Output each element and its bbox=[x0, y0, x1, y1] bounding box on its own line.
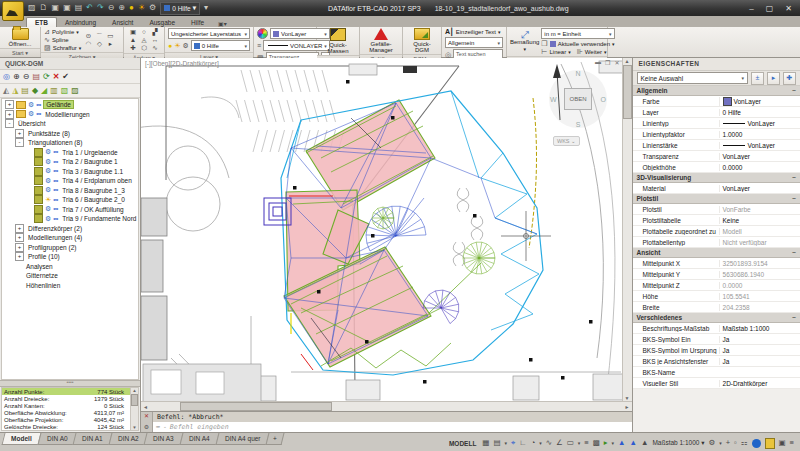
selection-dropdown[interactable]: Keine Auswahl▾ bbox=[637, 72, 748, 84]
offset-icon[interactable]: ✚ bbox=[128, 44, 138, 52]
dgm-display-icon[interactable]: ◎ bbox=[3, 71, 10, 82]
gefaelle-manager-button[interactable]: Gefälle-Manager bbox=[362, 28, 400, 53]
collapse-icon[interactable]: − bbox=[792, 173, 796, 182]
layer-state-dropdown[interactable]: Ungesicherter Layerstatus▾ bbox=[168, 28, 250, 39]
vp-minimize-icon[interactable]: ▬ bbox=[595, 59, 601, 66]
property-value[interactable]: 0.0000 bbox=[719, 282, 800, 289]
property-value[interactable]: Keine bbox=[719, 217, 800, 224]
property-section-verschiedenes[interactable]: Verschiedenes− bbox=[633, 313, 800, 323]
qat-layer-dropdown[interactable]: 0 Hilfe ▾ bbox=[160, 2, 200, 15]
scroll-right-icon[interactable]: ► bbox=[623, 404, 632, 410]
property-row[interactable]: Objekthöhe0.0000 bbox=[633, 162, 800, 173]
arc-icon[interactable]: ⌒ bbox=[94, 32, 104, 40]
viewcube-south[interactable]: S bbox=[576, 121, 581, 128]
qat-menu-caret[interactable]: ▾ bbox=[204, 1, 208, 15]
layout-tab-modell[interactable]: Modell bbox=[2, 433, 42, 445]
lineweight-icon[interactable]: ≡ bbox=[584, 437, 588, 449]
h-scroll-thumb[interactable] bbox=[180, 402, 332, 411]
add-cleanscreen-icon[interactable]: + bbox=[726, 437, 730, 449]
layer-thaw-icon[interactable]: ☀ bbox=[174, 42, 180, 49]
terrain-gray-icon[interactable]: ◭ bbox=[3, 85, 9, 96]
cmd-close-icon[interactable]: ✕ bbox=[144, 413, 149, 420]
layers-icon[interactable]: ▤ bbox=[21, 85, 29, 96]
ribbon-tab-anbindung[interactable]: Anbindung bbox=[57, 18, 104, 27]
redo-icon[interactable]: ↷ bbox=[97, 1, 104, 15]
dim-unit-dropdown[interactable]: in m = Einheit▾ bbox=[541, 28, 614, 39]
single-line-text-button[interactable]: A⎮Einzeiliger Text ▾ bbox=[445, 28, 503, 36]
snap-icon[interactable]: ▤ bbox=[493, 437, 500, 449]
tree-expand-icon[interactable]: + bbox=[15, 252, 24, 261]
tree-expand-icon[interactable]: - bbox=[5, 119, 14, 128]
property-row[interactable]: BKS-Symbol im UrsprungJa bbox=[633, 345, 800, 356]
toggle-pickadd-button[interactable]: ± bbox=[751, 72, 764, 85]
move-icon[interactable]: ▣ bbox=[128, 28, 138, 36]
new-file-icon[interactable]: 🗋 bbox=[40, 1, 48, 15]
tree-item[interactable]: +⚙∞Gelände bbox=[2, 100, 138, 110]
infer-constraints-icon[interactable]: ⌖ bbox=[511, 437, 515, 449]
polygon-icon[interactable]: ◇ bbox=[94, 40, 104, 48]
stats-row[interactable]: Anzahl Dreiecke:1379 Stück bbox=[2, 395, 138, 402]
property-value[interactable]: Nicht verfügbar bbox=[719, 239, 800, 246]
property-value[interactable]: Maßstab 1:1000 bbox=[719, 325, 800, 332]
property-row[interactable]: BKS je AnsichtsfensterJa bbox=[633, 356, 800, 367]
viewcube-west[interactable]: W bbox=[550, 96, 557, 103]
circle-icon[interactable]: ⊙ bbox=[83, 32, 93, 40]
property-row[interactable]: LinienstärkeVonLayer bbox=[633, 140, 800, 151]
tree-item[interactable]: Gitternetze bbox=[2, 271, 138, 281]
customize-menu-icon[interactable]: ≡ bbox=[790, 437, 794, 449]
tree-expand-icon[interactable]: + bbox=[15, 129, 24, 138]
annotation-scale-icon[interactable]: ▲ bbox=[641, 437, 648, 449]
quick-dgm-button[interactable]: Quick-DGM bbox=[407, 28, 437, 53]
transparency-toggle-icon[interactable]: ▩ bbox=[593, 437, 600, 449]
tree-item[interactable]: +Profile (10) bbox=[2, 252, 138, 262]
zoom-out-icon[interactable]: ⊖ bbox=[108, 1, 115, 15]
tree-item[interactable]: Höhenlinien bbox=[2, 281, 138, 291]
tree-item[interactable]: -Triangulationen (8) bbox=[2, 138, 138, 148]
property-row[interactable]: PlotstilVonFarbe bbox=[633, 204, 800, 215]
collapse-icon[interactable]: − bbox=[792, 86, 796, 95]
property-row[interactable]: LinientypVonLayer bbox=[633, 118, 800, 129]
ellipse-icon[interactable]: ◠ bbox=[83, 40, 93, 48]
property-row[interactable]: Mittelpunkt X32501893.9154 bbox=[633, 258, 800, 269]
mirror-icon[interactable]: ▲ bbox=[128, 36, 138, 44]
dyn-input-icon[interactable]: ▭ bbox=[567, 437, 574, 449]
property-row[interactable]: Mittelpunkt Y5630686.1940 bbox=[633, 269, 800, 280]
point-icon[interactable]: ▸ bbox=[105, 40, 115, 48]
maximize-button[interactable]: ▢ bbox=[766, 4, 774, 13]
property-value[interactable]: 204.2358 bbox=[719, 304, 800, 311]
graphics-icon[interactable]: ⚏ bbox=[741, 437, 748, 449]
property-value[interactable]: 105.5541 bbox=[719, 293, 800, 300]
layout-tab-add-button[interactable]: + bbox=[265, 433, 284, 445]
tree-expand-icon[interactable]: + bbox=[15, 243, 24, 252]
property-value[interactable]: VonLayer bbox=[719, 142, 800, 149]
property-value[interactable]: Ja bbox=[719, 336, 800, 343]
viewcube-top-face[interactable]: OBEN bbox=[564, 88, 592, 110]
property-value[interactable]: VonLayer bbox=[719, 120, 800, 127]
ribbon-minimize-caret[interactable]: ▣▾ bbox=[218, 20, 227, 27]
layout-tab-din-a2[interactable]: DIN A2 bbox=[108, 433, 148, 445]
layer-dropdown[interactable]: 0 Hilfe▾ bbox=[191, 40, 250, 51]
slope-icon[interactable]: ◢ bbox=[41, 85, 47, 96]
dim-current-button[interactable]: Aktuelle verwenden bbox=[558, 41, 610, 47]
property-value[interactable]: VonLayer bbox=[719, 97, 800, 106]
property-value[interactable]: 0.0000 bbox=[719, 164, 800, 171]
horizontal-scrollbar[interactable]: ◄ ► bbox=[141, 401, 632, 411]
zoom-in-icon[interactable]: ⊕ bbox=[118, 1, 125, 15]
property-value[interactable]: 0 Hilfe bbox=[719, 109, 800, 116]
tree-item[interactable]: +Modellierungen (4) bbox=[2, 233, 138, 243]
command-input[interactable]: ⌨- Befehl eingeben bbox=[153, 422, 632, 432]
property-row[interactable]: BKS-Name bbox=[633, 367, 800, 378]
scroll-up-icon[interactable]: ▲ bbox=[625, 58, 630, 64]
layout-tab-din-a3[interactable]: DIN A3 bbox=[144, 433, 184, 445]
zoom-out-icon[interactable]: ⊖ bbox=[23, 71, 30, 82]
annotation-visibility-icon[interactable]: ▲ bbox=[618, 437, 625, 449]
vertical-scrollbar[interactable]: ▲ ▼ bbox=[622, 58, 632, 401]
layer-on-icon[interactable]: ● bbox=[168, 42, 172, 49]
tree-expand-icon[interactable]: - bbox=[15, 138, 24, 147]
property-row[interactable]: Layer0 Hilfe bbox=[633, 107, 800, 118]
lock-icon[interactable]: ⚙ bbox=[149, 1, 156, 15]
annotation-autoscale-icon[interactable]: ▲ bbox=[630, 437, 637, 449]
ribbon-tab-etb[interactable]: ETB bbox=[26, 17, 57, 27]
text-style-dropdown[interactable]: Allgemein▾ bbox=[445, 37, 503, 48]
palette-splitter[interactable]: •••• bbox=[0, 380, 140, 387]
